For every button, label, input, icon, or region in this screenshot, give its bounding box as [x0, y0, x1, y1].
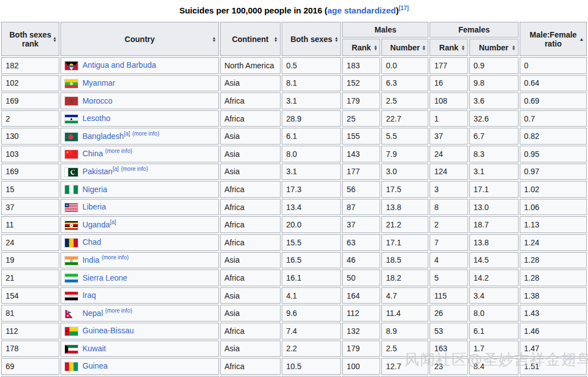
nepal-flag-icon	[65, 310, 78, 318]
country-link[interactable]: Nigeria	[82, 185, 107, 194]
country-link[interactable]: Myanmar	[82, 78, 115, 87]
cell-ratio: 1.13	[520, 216, 587, 233]
table-body: 182Antigua and BarbudaNorth America0.518…	[1, 57, 587, 377]
more-info-link[interactable]: (more info)	[121, 166, 148, 172]
header-both-sexes[interactable]: Both sexes ▲▼	[282, 22, 341, 56]
cell-both-sexes: 20.0	[282, 216, 341, 233]
cell-female-rank: 163	[430, 341, 468, 357]
age-standardized-link[interactable]: age standardized	[327, 6, 396, 15]
header-label: Rank	[439, 43, 458, 52]
cell-continent: Africa	[220, 358, 281, 375]
cell-female-number: 0.9	[469, 57, 519, 74]
bangladesh-flag-icon	[65, 133, 78, 141]
country-link[interactable]: Uganda	[82, 220, 110, 229]
cell-continent: Asia	[220, 164, 281, 180]
cell-female-number: 14.5	[469, 252, 519, 269]
table-row: 103China (more info)Asia8.01437.9248.30.…	[1, 146, 587, 162]
antigua-and-barbuda-flag-icon	[65, 62, 78, 70]
cell-male-number: 12.7	[381, 358, 428, 375]
country-link[interactable]: China	[82, 149, 103, 158]
cell-female-rank: 1	[430, 110, 468, 127]
header-males-rank[interactable]: Rank ▲▼	[342, 39, 380, 56]
cell-male-number: 17.1	[381, 234, 428, 251]
country-link[interactable]: Kuwait	[82, 344, 106, 353]
cell-female-rank: 177	[430, 57, 468, 74]
cell-female-number: 32.6	[469, 110, 519, 127]
header-males-group: Males	[342, 22, 428, 38]
cell-both-sexes-rank: 81	[1, 305, 59, 322]
more-info-link[interactable]: (more info)	[105, 148, 132, 155]
cell-female-rank: 37	[430, 128, 468, 145]
footnote-a-link[interactable]: [a]	[113, 166, 119, 172]
sort-both-icon: ▲▼	[334, 36, 338, 42]
country-link[interactable]: Iraq	[82, 291, 96, 300]
header-males-number[interactable]: Number ▲▼	[381, 39, 428, 56]
more-info-link[interactable]: (more info)	[105, 308, 132, 314]
cell-ratio: 0.64	[520, 75, 587, 92]
table-row: 2LesothoAfrica28.92522.7132.60.7	[1, 110, 587, 127]
table-row: 81Nepal (more info)Asia9.611211.4268.01.…	[1, 305, 587, 322]
reference-17-link[interactable]: [17]	[399, 5, 409, 11]
cell-female-rank: 115	[430, 287, 468, 304]
cell-country: Lesotho	[60, 110, 219, 127]
china-flag-icon	[65, 150, 78, 159]
footnote-a-link[interactable]: [a]	[124, 131, 130, 137]
cell-continent: Africa	[220, 216, 281, 233]
country-link[interactable]: India	[82, 255, 99, 264]
cell-both-sexes: 3.1	[282, 164, 341, 180]
lesotho-flag-icon	[65, 115, 78, 123]
footnote-a-link[interactable]: [a]	[110, 219, 116, 225]
cell-continent: North America	[220, 57, 281, 74]
header-females-rank[interactable]: Rank ▲▼	[430, 39, 468, 56]
country-link[interactable]: Sierra Leone	[82, 273, 127, 282]
table-row: 19India (more info)Asia16.54618.5414.51.…	[1, 252, 587, 269]
header-continent[interactable]: Continent ▲▼	[220, 22, 281, 56]
cell-ratio: 1.46	[520, 323, 587, 339]
cell-female-rank: 108	[430, 92, 468, 109]
header-females-number[interactable]: Number ▲▼	[469, 39, 519, 56]
cell-both-sexes-rank: 69	[1, 358, 59, 375]
cell-both-sexes-rank: 2	[1, 110, 59, 127]
cell-country: Uganda[a]	[60, 216, 219, 233]
cell-country: Nigeria	[60, 181, 219, 198]
country-link[interactable]: Liberia	[82, 202, 106, 211]
country-link[interactable]: Lesotho	[82, 114, 110, 123]
country-link[interactable]: Nepal	[82, 309, 103, 318]
cell-female-number: 14.2	[469, 269, 519, 286]
cell-male-rank: 179	[342, 341, 380, 357]
header-both-sexes-rank[interactable]: Both sexes rank ▲▼	[1, 22, 59, 56]
sort-both-icon: ▲▼	[53, 36, 57, 42]
country-link[interactable]: Chad	[82, 238, 101, 246]
cell-country: Pakistan[a] (more info)	[60, 164, 219, 180]
cell-male-rank: 50	[342, 269, 380, 286]
cell-continent: Africa	[220, 269, 281, 286]
cell-continent: Asia	[220, 252, 281, 269]
cell-continent: Asia	[220, 341, 281, 357]
page: Suicides per 100,000 people in 2016 (age…	[0, 0, 588, 377]
header-male-female-ratio[interactable]: Male:Female ratio ▲	[520, 22, 587, 56]
cell-male-rank: 37	[342, 216, 380, 233]
cell-both-sexes-rank: 103	[1, 146, 59, 162]
cell-both-sexes: 28.9	[282, 110, 341, 127]
cell-female-rank: 26	[430, 305, 468, 322]
cell-male-number: 3.0	[381, 164, 428, 180]
country-link[interactable]: Antigua and Barbuda	[82, 60, 156, 69]
country-link[interactable]: Bangladesh	[82, 132, 124, 141]
cell-female-rank: 3	[430, 181, 468, 198]
header-females-group: Females	[430, 22, 518, 38]
cell-male-rank: 46	[342, 252, 380, 269]
table-row: 102MyanmarAsia8.11526.3169.80.64	[1, 75, 587, 92]
country-link[interactable]: Pakistan	[82, 167, 113, 176]
more-info-link[interactable]: (more info)	[101, 254, 128, 260]
cell-male-number: 2.5	[381, 92, 428, 109]
cell-continent: Africa	[220, 110, 281, 127]
cell-country: Liberia	[60, 199, 219, 216]
country-link[interactable]: Morocco	[82, 96, 113, 105]
cell-male-rank: 177	[342, 164, 380, 180]
more-info-link[interactable]: (more info)	[132, 131, 159, 137]
header-country[interactable]: Country ▲▼	[60, 22, 219, 56]
cell-male-rank: 143	[342, 146, 380, 162]
country-link[interactable]: Guinea-Bissau	[82, 326, 134, 335]
country-link[interactable]: Guinea	[82, 361, 108, 370]
cell-both-sexes: 17.3	[282, 181, 341, 198]
